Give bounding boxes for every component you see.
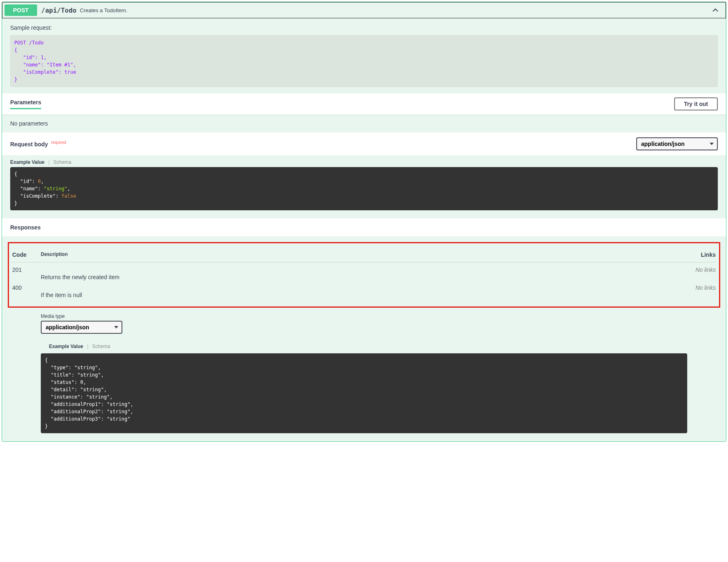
request-body-title: Request body required <box>10 140 66 148</box>
sample-request-label: Sample request: <box>10 24 718 31</box>
media-type-label: Media type <box>41 313 718 319</box>
media-type-select[interactable]: application/json <box>41 321 122 334</box>
sample-request-block: Sample request: POST /Todo { "id": 1, "n… <box>2 18 726 93</box>
col-header-code: Code <box>12 251 41 258</box>
endpoint-description: Creates a TodoItem. <box>80 7 711 13</box>
operation-body: Sample request: POST /Todo { "id": 1, "n… <box>2 18 726 433</box>
operation-block: POST /api/Todo Creates a TodoItem. Sampl… <box>2 2 726 442</box>
request-body-header: Request body required application/json <box>2 132 726 155</box>
response-body-example: { "type": "string", "title": "string", "… <box>41 353 687 433</box>
response-code: 400 <box>12 284 41 298</box>
response-links: No links <box>683 284 716 298</box>
responses-title: Responses <box>10 224 718 231</box>
responses-header: Responses <box>2 218 726 236</box>
responses-table: Code Description Links 201Returns the ne… <box>8 242 720 308</box>
response-row: 400If the item is nullNo links <box>12 280 716 298</box>
media-type-select-wrap: application/json <box>41 321 122 334</box>
response-body-tabs: Example Value | Schema <box>41 339 718 351</box>
tab-response-schema[interactable]: Schema <box>92 344 110 349</box>
chevron-up-icon[interactable] <box>711 6 719 14</box>
responses-table-header: Code Description Links <box>12 251 716 262</box>
media-type-block: Media type application/json <box>41 313 718 334</box>
request-body-example: { "id": 0, "name": "string", "isComplete… <box>10 167 718 210</box>
parameters-section-header: Parameters Try it out <box>2 93 726 115</box>
endpoint-path: /api/Todo <box>41 7 77 14</box>
response-description: If the item is null <box>41 284 683 298</box>
parameters-title: Parameters <box>10 99 41 109</box>
request-body-tabs: Example Value | Schema <box>2 155 726 167</box>
required-badge: required <box>51 140 66 145</box>
col-header-links: Links <box>683 251 716 258</box>
operation-summary[interactable]: POST /api/Todo Creates a TodoItem. <box>2 2 726 18</box>
response-code: 201 <box>12 267 41 280</box>
no-parameters: No parameters <box>2 115 726 132</box>
try-it-out-button[interactable]: Try it out <box>674 97 718 110</box>
tab-example-value[interactable]: Example Value <box>10 159 44 165</box>
sample-request-code: POST /Todo { "id": 1, "name": "Item #1",… <box>10 35 718 87</box>
tab-schema[interactable]: Schema <box>53 159 71 165</box>
response-description: Returns the newly created item <box>41 267 683 280</box>
content-type-select-wrap: application/json <box>636 137 718 150</box>
tab-response-example-value[interactable]: Example Value <box>49 344 83 349</box>
content-type-select[interactable]: application/json <box>636 137 718 150</box>
col-header-description: Description <box>41 251 683 258</box>
method-badge: POST <box>4 4 37 16</box>
response-links: No links <box>683 267 716 280</box>
response-row: 201Returns the newly created itemNo link… <box>12 262 716 280</box>
